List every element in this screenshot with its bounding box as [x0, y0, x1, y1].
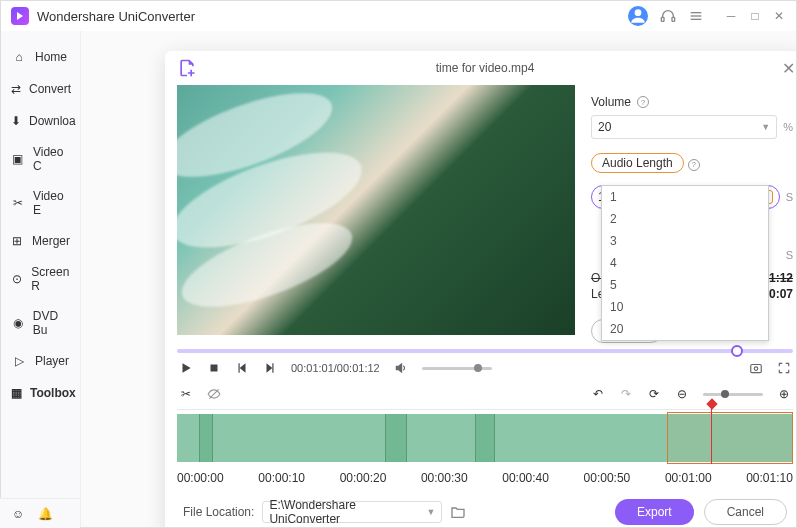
sidebar-item-home[interactable]: ⌂Home [1, 41, 80, 73]
volume-icon[interactable] [394, 361, 408, 375]
sidebar-item-download[interactable]: ⬇Downloa [1, 105, 80, 137]
file-location-input[interactable]: E:\Wondershare UniConverter▼ [262, 501, 442, 523]
hide-icon[interactable] [207, 387, 221, 401]
cut-icon[interactable]: ✂ [179, 387, 193, 401]
scissors-icon: ✂ [11, 195, 25, 211]
grid-icon: ▦ [11, 385, 22, 401]
sidebar-item-video-editor[interactable]: ✂Video E [1, 181, 80, 225]
volume-unit: % [783, 121, 793, 133]
sidebar-item-screen-recorder[interactable]: ⊙Screen R [1, 257, 80, 301]
svg-point-8 [754, 367, 758, 371]
sidebar-item-label: Video E [33, 189, 70, 217]
zoom-out-icon[interactable]: ⊖ [675, 387, 689, 401]
cancel-button[interactable]: Cancel [704, 499, 787, 525]
dropdown-option[interactable]: 3 [602, 230, 768, 252]
audio-length-dropdown: 1 2 3 4 5 10 20 [601, 185, 769, 341]
file-location-label: File Location: [183, 505, 254, 519]
side-panel: Volume? 20▼ % Audio Length? 1▼ S 1 2 [591, 85, 793, 343]
volume-slider[interactable] [422, 367, 492, 370]
video-preview[interactable] [177, 85, 575, 335]
zoom-slider[interactable] [703, 393, 763, 396]
feedback-icon[interactable]: ☺ [12, 507, 24, 521]
titlebar: Wondershare UniConverter ─ □ ✕ [1, 1, 796, 31]
svg-point-0 [635, 9, 642, 16]
app-title: Wondershare UniConverter [37, 9, 620, 24]
info-icon[interactable]: ? [637, 96, 649, 108]
timeline[interactable] [177, 409, 793, 467]
export-button[interactable]: Export [615, 499, 694, 525]
main-area: tor$ data etadata CD. time for video.mp4… [81, 31, 796, 527]
sidebar: ⌂Home ⇄Convert ⬇Downloa ▣Video C ✂Video … [1, 31, 81, 527]
timeline-ruler: 00:00:0000:00:1000:00:2000:00:3000:00:40… [177, 471, 793, 485]
dropdown-option[interactable]: 5 [602, 274, 768, 296]
undo-icon[interactable]: ↶ [591, 387, 605, 401]
app-logo-icon [11, 7, 29, 25]
close-button[interactable]: ✕ [772, 9, 786, 23]
zoom-in-icon[interactable]: ⊕ [777, 387, 791, 401]
sidebar-item-label: Toolbox [30, 386, 76, 400]
dropdown-option[interactable]: 4 [602, 252, 768, 274]
audio-length-unit: S [786, 191, 793, 203]
statusbar: ☺ 🔔 [0, 498, 80, 528]
app-window: Wondershare UniConverter ─ □ ✕ ⌂Home ⇄Co… [0, 0, 797, 528]
seek-slider[interactable] [177, 349, 793, 353]
sidebar-item-player[interactable]: ▷Player [1, 345, 80, 377]
sidebar-item-merger[interactable]: ⊞Merger [1, 225, 80, 257]
close-icon[interactable]: ✕ [782, 59, 795, 78]
merge-icon: ⊞ [11, 233, 24, 249]
sidebar-item-label: Convert [29, 82, 71, 96]
fullscreen-icon[interactable] [777, 361, 791, 375]
svg-rect-6 [211, 365, 218, 372]
dropdown-option[interactable]: 1 [602, 186, 768, 208]
playback-controls: 00:01:01/00:01:12 [165, 357, 796, 383]
menu-icon[interactable] [688, 8, 704, 24]
play-button[interactable] [179, 361, 193, 375]
disc-icon: ◉ [11, 315, 25, 331]
headset-icon[interactable] [660, 8, 676, 24]
repeat-unit: S [786, 249, 793, 261]
modal-title: time for video.mp4 [436, 61, 535, 75]
folder-icon[interactable] [450, 504, 466, 520]
svg-rect-7 [751, 365, 762, 373]
sidebar-item-label: Home [35, 50, 67, 64]
timeline-tools: ✂ ↶ ↷ ⟳ ⊖ ⊕ [165, 383, 796, 407]
sidebar-item-label: Screen R [31, 265, 70, 293]
volume-input[interactable]: 20▼ [591, 115, 777, 139]
volume-label: Volume [591, 95, 631, 109]
time-display: 00:01:01/00:01:12 [291, 362, 380, 374]
prev-frame-button[interactable] [235, 361, 249, 375]
bell-icon[interactable]: 🔔 [38, 507, 53, 521]
dropdown-option[interactable]: 20 [602, 318, 768, 340]
compress-icon: ▣ [11, 151, 25, 167]
selection-range[interactable] [667, 412, 793, 464]
info-icon[interactable]: ? [688, 159, 700, 171]
sidebar-item-video-compress[interactable]: ▣Video C [1, 137, 80, 181]
sidebar-item-dvd-burner[interactable]: ◉DVD Bu [1, 301, 80, 345]
modal-header: time for video.mp4 ✕ [165, 51, 796, 85]
sidebar-item-toolbox[interactable]: ▦Toolbox [1, 377, 80, 409]
home-icon: ⌂ [11, 49, 27, 65]
sidebar-item-label: DVD Bu [33, 309, 70, 337]
sidebar-item-label: Video C [33, 145, 70, 173]
playhead[interactable] [711, 404, 712, 464]
add-file-icon[interactable] [177, 58, 197, 78]
sidebar-item-label: Player [35, 354, 69, 368]
download-icon: ⬇ [11, 113, 21, 129]
play-icon: ▷ [11, 353, 27, 369]
dropdown-option[interactable]: 2 [602, 208, 768, 230]
audio-length-label: Audio Length [591, 153, 684, 173]
stop-button[interactable] [207, 361, 221, 375]
next-frame-button[interactable] [263, 361, 277, 375]
minimize-button[interactable]: ─ [724, 9, 738, 23]
sidebar-item-label: Downloa [29, 114, 76, 128]
dropdown-option[interactable]: 10 [602, 296, 768, 318]
editor-modal: time for video.mp4 ✕ Volume? 20▼ % [165, 51, 796, 527]
sidebar-item-label: Merger [32, 234, 70, 248]
user-avatar-icon[interactable] [628, 6, 648, 26]
redo-icon[interactable]: ↷ [619, 387, 633, 401]
refresh-icon[interactable]: ⟳ [647, 387, 661, 401]
snapshot-icon[interactable] [749, 361, 763, 375]
convert-icon: ⇄ [11, 81, 21, 97]
sidebar-item-convert[interactable]: ⇄Convert [1, 73, 80, 105]
maximize-button[interactable]: □ [748, 9, 762, 23]
